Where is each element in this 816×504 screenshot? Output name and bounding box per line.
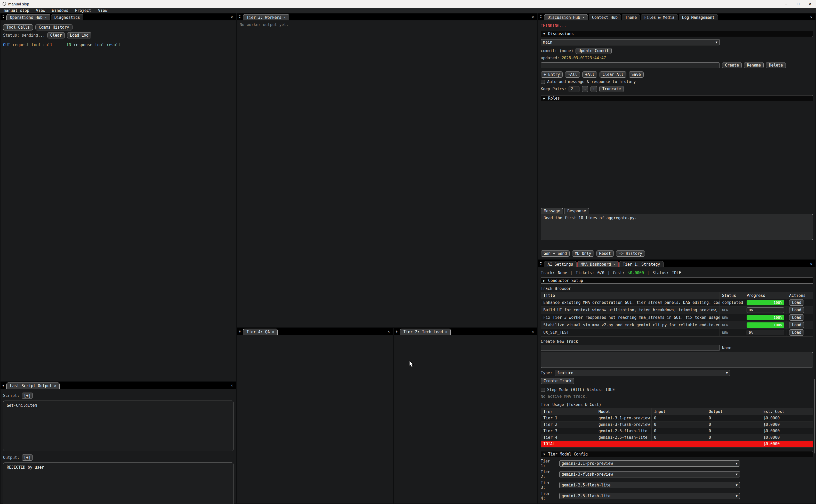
close-tab-icon[interactable]: ✕ (54, 384, 56, 388)
subtab-comms-history[interactable]: Comms History (35, 24, 72, 30)
table-row[interactable]: UX_SIM_TEST NEW 0% Load (541, 329, 813, 336)
load-button[interactable]: Load (789, 299, 804, 306)
update-commit-button[interactable]: Update Commit (576, 48, 611, 54)
auto-add-checkbox[interactable] (541, 80, 545, 84)
panel-close-icon[interactable]: ✕ (231, 383, 233, 387)
tab-files-media[interactable]: Files & Media (641, 14, 678, 20)
rename-button[interactable]: Rename (744, 62, 764, 68)
collapse-panel-icon[interactable]: ▼ (540, 262, 542, 266)
output-box[interactable]: REJECTED by user (3, 462, 233, 504)
close-tab-icon[interactable]: ✕ (284, 15, 286, 19)
keep-pairs-input[interactable] (569, 86, 579, 92)
close-tab-icon[interactable]: ✕ (272, 330, 274, 334)
load-button[interactable]: Load (789, 322, 804, 328)
load-button[interactable]: Load (789, 314, 804, 321)
panel-close-icon[interactable]: ✕ (231, 15, 233, 19)
tier-model-config-header[interactable]: ▼ Tier Model Config (541, 451, 813, 457)
menu-item-view[interactable]: View (36, 8, 45, 13)
increment-button[interactable]: + (591, 86, 597, 92)
maximize-button[interactable]: □ (792, 0, 804, 8)
panel-close-icon[interactable]: ✕ (532, 329, 534, 334)
create-track-button[interactable]: Create Track (541, 378, 574, 384)
track-type-select[interactable]: feature ▼ (555, 370, 730, 376)
tab-tier3-workers[interactable]: Tier 3: Workers ✕ (243, 14, 289, 20)
tab-context-hub[interactable]: Context Hub (589, 14, 621, 20)
table-row[interactable]: Stabilize visual_sim_mma_v2.py and mock_… (541, 321, 813, 329)
tab-log-management[interactable]: Log Management (679, 14, 718, 20)
close-tab-icon[interactable]: ✕ (45, 15, 47, 19)
tab-tier1-strategy[interactable]: Tier 1: Strategy (619, 261, 664, 267)
table-row[interactable]: Enhance existing MMA orchestration GUI: … (541, 299, 813, 306)
minimize-button[interactable]: – (780, 0, 792, 8)
collapse-panel-icon[interactable]: ▼ (239, 330, 240, 333)
discussions-section-header[interactable]: ▼ Discussions (541, 31, 813, 37)
table-row[interactable]: Build UI for context window utilization,… (541, 306, 813, 314)
delete-button[interactable]: Delete (766, 62, 786, 68)
clear-all-button[interactable]: Clear All (600, 71, 626, 78)
load-log-button[interactable]: Load Log (67, 32, 91, 38)
panel-close-icon[interactable]: ✕ (810, 15, 812, 19)
dropdown-arrow-icon: ▼ (736, 473, 738, 476)
subtab-tool-calls[interactable]: Tool Calls (3, 24, 33, 30)
tab-theme[interactable]: Theme (622, 14, 640, 20)
tier4-model-select[interactable]: gemini-2.5-flash-lite ▼ (559, 493, 740, 499)
expand-all-button[interactable]: +All (582, 71, 597, 78)
expand-script-button[interactable]: [+] (22, 393, 33, 399)
tab-discussion-hub[interactable]: Discussion Hub ✕ (544, 14, 588, 20)
new-track-description-textarea[interactable] (541, 352, 813, 368)
tab-mma-dashboard[interactable]: MMA Dashboard ✕ (577, 261, 619, 267)
discussion-select[interactable]: main ▼ (541, 39, 720, 45)
to-history-button[interactable]: -> History (616, 250, 645, 257)
collapse-panel-icon[interactable]: ▼ (3, 384, 4, 387)
reset-button[interactable]: Reset (596, 250, 614, 257)
tab-tier4-qa[interactable]: Tier 4: QA ✕ (243, 329, 277, 335)
decrement-button[interactable]: - (582, 86, 588, 92)
menu-item-manual-slop[interactable]: manual slop (4, 8, 29, 13)
save-button[interactable]: Save (629, 71, 644, 78)
tier1-model-select[interactable]: gemini-3.1-pro-preview ▼ (559, 460, 740, 467)
roles-section-header[interactable]: ▶ Roles (541, 95, 813, 101)
clear-button[interactable]: Clear (47, 32, 65, 38)
collapse-panel-icon[interactable]: ▼ (3, 15, 4, 19)
load-button[interactable]: Load (789, 307, 804, 313)
collapse-panel-icon[interactable]: ▼ (239, 15, 240, 19)
menu-item-view-2[interactable]: View (98, 8, 107, 13)
load-button[interactable]: Load (789, 329, 804, 336)
close-window-button[interactable]: ✕ (804, 0, 816, 8)
tab-last-script-output[interactable]: Last Script Output ✕ (6, 383, 59, 389)
collapse-all-button[interactable]: -All (565, 71, 580, 78)
step-mode-checkbox[interactable] (541, 388, 545, 392)
track-title: Build UI for context window utilization,… (541, 306, 720, 314)
tab-tier2-tech-lead[interactable]: Tier 2: Tech Lead ✕ (400, 329, 450, 335)
add-entry-button[interactable]: + Entry (541, 71, 563, 78)
truncate-button[interactable]: Truncate (599, 86, 624, 92)
tab-ai-settings[interactable]: AI Settings (544, 261, 576, 267)
discussion-name-input[interactable] (541, 62, 720, 68)
tab-operations-hub[interactable]: Operations Hub ✕ (6, 14, 50, 20)
md-only-button[interactable]: MD Only (572, 250, 594, 257)
collapse-panel-icon[interactable]: ▼ (396, 330, 397, 333)
panel-close-icon[interactable]: ✕ (810, 262, 812, 266)
gen-send-button[interactable]: Gen + Send (541, 250, 570, 257)
menu-item-project[interactable]: Project (75, 8, 91, 13)
panel-close-icon[interactable]: ✕ (388, 329, 390, 334)
scrollbar-thumb[interactable] (814, 379, 815, 453)
close-tab-icon[interactable]: ✕ (583, 15, 585, 19)
tab-diagnostics[interactable]: Diagnostics (51, 14, 83, 20)
tab-response[interactable]: Response (564, 208, 589, 214)
menu-item-windows[interactable]: Windows (52, 8, 68, 13)
conductor-setup-header[interactable]: ▶ Conductor Setup (541, 278, 813, 284)
collapse-panel-icon[interactable]: ▼ (540, 15, 542, 19)
expand-output-button[interactable]: [+] (22, 454, 33, 461)
close-tab-icon[interactable]: ✕ (445, 330, 447, 334)
tier3-model-select[interactable]: gemini-2.5-flash-lite ▼ (559, 482, 740, 488)
panel-close-icon[interactable]: ✕ (532, 15, 534, 19)
table-row[interactable]: Fix Tier 3 worker responses not reaching… (541, 314, 813, 321)
create-button[interactable]: Create (722, 62, 742, 68)
script-box[interactable]: Get-ChildItem (3, 401, 233, 451)
message-textarea[interactable]: Read the first 10 lines of aggregate.py. (541, 214, 813, 240)
close-tab-icon[interactable]: ✕ (613, 262, 615, 266)
tab-message[interactable]: Message (541, 208, 563, 214)
new-track-name-input[interactable] (541, 345, 720, 351)
tier2-model-select[interactable]: gemini-3-flash-preview ▼ (559, 471, 740, 477)
